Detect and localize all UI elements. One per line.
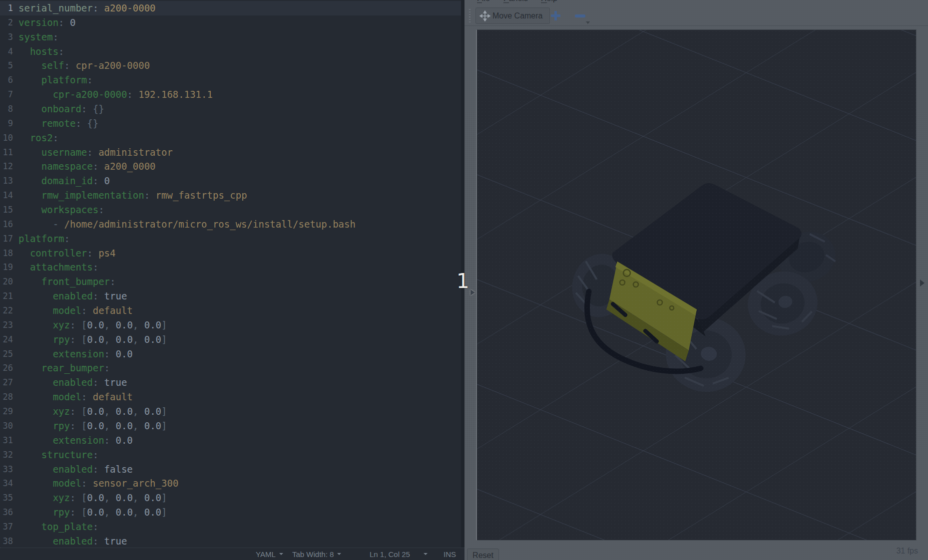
line-number: 30 xyxy=(0,419,18,433)
code-line[interactable]: 34 model: sensor_arch_300 xyxy=(0,476,464,491)
line-content: enabled: true xyxy=(18,534,127,549)
line-number: 15 xyxy=(0,203,18,217)
code-line[interactable]: 33 enabled: false xyxy=(0,462,464,477)
code-line[interactable]: 13 domain_id: 0 xyxy=(0,174,464,188)
code-line[interactable]: 27 enabled: true xyxy=(0,375,464,390)
code-line[interactable]: 8 onboard: {} xyxy=(0,102,464,116)
code-line[interactable]: 17platform: xyxy=(0,232,464,246)
line-number: 1 xyxy=(0,1,18,15)
line-content: self: cpr-a200-0000 xyxy=(18,58,150,73)
3d-viewport[interactable] xyxy=(476,29,917,541)
line-number: 37 xyxy=(0,520,18,534)
input-mode-label: INS xyxy=(444,550,456,559)
code-line[interactable]: 9 remote: {} xyxy=(0,116,464,131)
code-line[interactable]: 20 front_bumper: xyxy=(0,275,464,289)
code-line[interactable]: 18 controller: ps4 xyxy=(0,246,464,261)
move-camera-label: Move Camera xyxy=(492,11,542,20)
code-line[interactable]: 16 - /home/administrator/micro_ros_ws/in… xyxy=(0,217,464,232)
line-content: extension: 0.0 xyxy=(18,433,133,448)
panel-expand-icon[interactable] xyxy=(920,280,925,286)
code-line[interactable]: 26 rear_bumper: xyxy=(0,361,464,375)
line-number: 12 xyxy=(0,159,18,174)
dropdown-arrow-icon[interactable] xyxy=(586,21,590,24)
menu-file[interactable]: File xyxy=(477,0,490,3)
line-number: 21 xyxy=(0,289,18,303)
line-content: xyz: [0.0, 0.0, 0.0] xyxy=(18,404,167,419)
line-content: remote: {} xyxy=(18,116,98,131)
code-line[interactable]: 37 top_plate: xyxy=(0,520,464,534)
code-line[interactable]: 14 rmw_implementation: rmw_fastrtps_cpp xyxy=(0,188,464,203)
code-line[interactable]: 22 model: default xyxy=(0,303,464,318)
line-number: 6 xyxy=(0,73,18,87)
line-content: extension: 0.0 xyxy=(18,347,133,361)
line-number: 24 xyxy=(0,332,18,347)
line-number: 29 xyxy=(0,404,18,419)
code-line[interactable]: 35 xyz: [0.0, 0.0, 0.0] xyxy=(0,491,464,505)
menu-help[interactable]: Help xyxy=(541,0,557,3)
husky-robot-model xyxy=(565,183,842,397)
rviz-statusbar: Reset 31 fps xyxy=(464,541,928,560)
line-content: structure: xyxy=(18,448,98,462)
code-line[interactable]: 1serial_number: a200-0000 xyxy=(0,1,464,15)
tab-width-selector[interactable]: Tab Width: 8 xyxy=(292,550,341,559)
chevron-down-icon xyxy=(424,553,428,555)
code-line[interactable]: 2version: 0 xyxy=(0,15,464,30)
menu-panels[interactable]: Panels xyxy=(503,0,528,3)
editor-statusbar: YAML Tab Width: 8 Ln 1, Col 25 INS xyxy=(0,548,464,560)
line-content: controller: ps4 xyxy=(18,246,116,261)
line-number: 22 xyxy=(0,303,18,318)
code-line[interactable]: 7 cpr-a200-0000: 192.168.131.1 xyxy=(0,87,464,102)
line-content: front_bumper: xyxy=(18,275,115,289)
code-line[interactable]: 4 hosts: xyxy=(0,44,464,59)
code-line[interactable]: 12 namespace: a200_0000 xyxy=(0,159,464,174)
line-number: 17 xyxy=(0,232,18,246)
code-line[interactable]: 36 rpy: [0.0, 0.0, 0.0] xyxy=(0,505,464,520)
code-line[interactable]: 15 workspaces: xyxy=(0,203,464,217)
code-line[interactable]: 29 xyz: [0.0, 0.0, 0.0] xyxy=(0,404,464,419)
remove-tool-button[interactable] xyxy=(575,14,585,17)
line-number: 3 xyxy=(0,30,18,44)
line-content: - /home/administrator/micro_ros_ws/insta… xyxy=(18,217,356,232)
code-line[interactable]: 24 rpy: [0.0, 0.0, 0.0] xyxy=(0,332,464,347)
line-number: 9 xyxy=(0,116,18,131)
line-content: enabled: true xyxy=(18,375,127,390)
add-tool-button[interactable] xyxy=(551,11,560,20)
code-line[interactable]: 21 enabled: true xyxy=(0,289,464,303)
code-line[interactable]: 11 username: administrator xyxy=(0,145,464,160)
line-number: 11 xyxy=(0,145,18,160)
goto-line-dropdown[interactable] xyxy=(424,550,428,559)
cursor-position-label: Ln 1, Col 25 xyxy=(370,550,410,559)
move-camera-tool-button[interactable]: Move Camera xyxy=(475,7,550,24)
reset-button[interactable]: Reset xyxy=(467,549,499,560)
cursor-position[interactable]: Ln 1, Col 25 xyxy=(370,550,410,559)
code-lines[interactable]: 1serial_number: a200-00002version: 03sys… xyxy=(0,1,464,549)
toolbar-drag-handle[interactable] xyxy=(469,9,470,23)
language-selector[interactable]: YAML xyxy=(256,550,283,559)
line-number: 2 xyxy=(0,15,18,30)
line-content: namespace: a200_0000 xyxy=(18,159,156,174)
code-line[interactable]: 23 xyz: [0.0, 0.0, 0.0] xyxy=(0,318,464,332)
code-line[interactable]: 38 enabled: true xyxy=(0,534,464,549)
code-line[interactable]: 30 rpy: [0.0, 0.0, 0.0] xyxy=(0,419,464,433)
line-content: enabled: true xyxy=(18,289,127,303)
line-number: 31 xyxy=(0,433,18,448)
annotation-label: 1 xyxy=(457,270,469,292)
rviz-toolbar: Move Camera xyxy=(464,5,928,26)
code-line[interactable]: 10 ros2: xyxy=(0,131,464,145)
code-line[interactable]: 5 self: cpr-a200-0000 xyxy=(0,58,464,73)
line-content: model: sensor_arch_300 xyxy=(18,476,178,491)
code-line[interactable]: 6 platform: xyxy=(0,73,464,87)
code-line[interactable]: 28 model: default xyxy=(0,390,464,404)
line-content: xyz: [0.0, 0.0, 0.0] xyxy=(18,318,167,332)
line-content: onboard: {} xyxy=(18,102,104,116)
line-number: 20 xyxy=(0,275,18,289)
code-line[interactable]: 32 structure: xyxy=(0,448,464,462)
code-line[interactable]: 31 extension: 0.0 xyxy=(0,433,464,448)
line-content: model: default xyxy=(18,303,133,318)
line-number: 16 xyxy=(0,217,18,232)
line-number: 23 xyxy=(0,318,18,332)
code-line[interactable]: 19 attachments: xyxy=(0,260,464,275)
code-line[interactable]: 3system: xyxy=(0,30,464,44)
code-line[interactable]: 25 extension: 0.0 xyxy=(0,347,464,361)
line-number: 35 xyxy=(0,491,18,505)
